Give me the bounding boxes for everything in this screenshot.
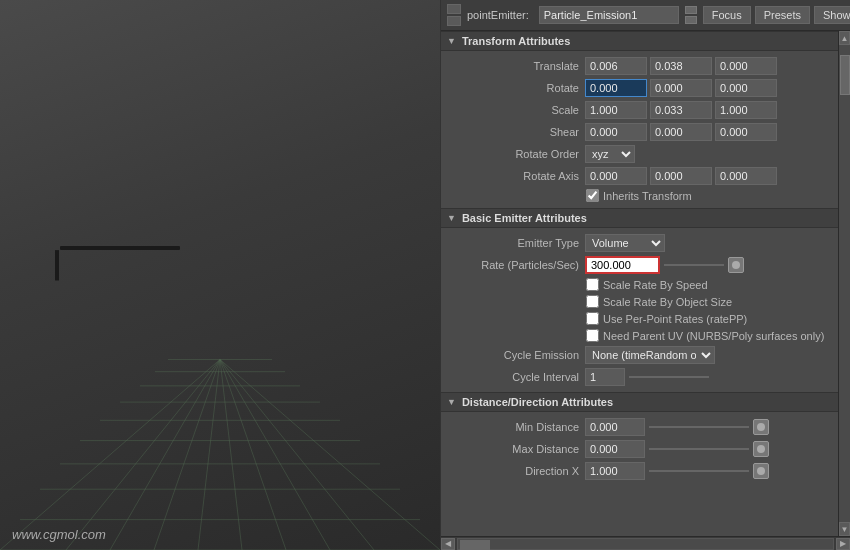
distance-direction-attrs: Min Distance Max Distance	[441, 412, 838, 506]
min-distance-input[interactable]	[585, 418, 645, 436]
direction-x-thumb[interactable]	[753, 463, 769, 479]
rotate-axis-row: Rotate Axis	[441, 165, 838, 187]
translate-z[interactable]	[715, 57, 777, 75]
scale-rate-size-checkbox[interactable]	[586, 295, 599, 308]
cycle-interval-label: Cycle Interval	[449, 371, 579, 383]
basic-emitter-attrs: Emitter Type OmniDirectionalSurfaceVolum…	[441, 228, 838, 392]
show-button[interactable]: Show	[814, 6, 850, 24]
scale-rate-speed-label: Scale Rate By Speed	[603, 279, 708, 291]
svg-rect-20	[60, 246, 180, 250]
direction-x-input[interactable]	[585, 462, 645, 480]
svg-point-23	[757, 423, 765, 431]
svg-point-24	[757, 445, 765, 453]
distance-direction-section-header[interactable]: ▼ Distance/Direction Attributes	[441, 392, 838, 412]
min-distance-slider	[649, 426, 749, 428]
translate-y[interactable]	[650, 57, 712, 75]
rotate-axis-x[interactable]	[585, 167, 647, 185]
cycle-interval-input[interactable]	[585, 368, 625, 386]
rotate-row: Rotate	[441, 77, 838, 99]
cycle-emission-select[interactable]: None (timeRandom off)FrameTime	[585, 346, 715, 364]
rotate-order-row: Rotate Order xyzxzyyxzyzxzxyzyx	[441, 143, 838, 165]
panel-content[interactable]: ▼ Transform Attributes Translate	[441, 31, 838, 536]
inherits-transform-checkbox[interactable]	[586, 189, 599, 202]
scale-rate-size-label: Scale Rate By Object Size	[603, 296, 732, 308]
rotate-x[interactable]	[585, 79, 647, 97]
cycle-interval-slider	[629, 376, 709, 378]
horizontal-scroll-thumb[interactable]	[460, 540, 490, 550]
max-distance-label: Max Distance	[449, 443, 579, 455]
cycle-interval-row: Cycle Interval	[441, 366, 838, 388]
min-distance-thumb[interactable]	[753, 419, 769, 435]
rate-slider-thumb[interactable]	[728, 257, 744, 273]
scroll-down-arrow[interactable]: ▼	[839, 522, 850, 536]
right-scrollbar[interactable]: ▲ ▼	[838, 31, 850, 536]
focus-button[interactable]: Focus	[703, 6, 751, 24]
scroll-thumb-track	[839, 45, 850, 522]
min-distance-label: Min Distance	[449, 421, 579, 433]
top-bar-buttons: Focus Presets Show Hide	[703, 6, 850, 24]
emitter-type-row: Emitter Type OmniDirectionalSurfaceVolum…	[441, 232, 838, 254]
rotate-y[interactable]	[650, 79, 712, 97]
watermark: www.cgmol.com	[12, 527, 106, 542]
basic-emitter-section-header[interactable]: ▼ Basic Emitter Attributes	[441, 208, 838, 228]
basic-emitter-title: Basic Emitter Attributes	[462, 212, 587, 224]
scale-rate-size-row: Scale Rate By Object Size	[441, 293, 838, 310]
shear-z[interactable]	[715, 123, 777, 141]
use-perpoint-label: Use Per-Point Rates (ratePP)	[603, 313, 747, 325]
emitter-input[interactable]	[539, 6, 679, 24]
scroll-left-arrow[interactable]: ◀	[441, 538, 455, 550]
scroll-up-arrow[interactable]: ▲	[839, 31, 850, 45]
presets-button[interactable]: Presets	[755, 6, 810, 24]
distance-direction-arrow: ▼	[447, 397, 456, 407]
direction-x-label: Direction X	[449, 465, 579, 477]
rate-row: Rate (Particles/Sec)	[441, 254, 838, 276]
need-parent-uv-row: Need Parent UV (NURBS/Poly surfaces only…	[441, 327, 838, 344]
transform-arrow: ▼	[447, 36, 456, 46]
min-distance-row: Min Distance	[441, 416, 838, 438]
rotate-order-select[interactable]: xyzxzyyxzyzxzxyzyx	[585, 145, 635, 163]
max-distance-thumb[interactable]	[753, 441, 769, 457]
dropdown-arrow-bottom	[685, 16, 697, 24]
rotate-label: Rotate	[449, 82, 579, 94]
rate-input[interactable]	[585, 256, 660, 274]
translate-label: Translate	[449, 60, 579, 72]
svg-point-25	[757, 467, 765, 475]
top-bar: pointEmitter: Focus Presets Show Hide	[441, 0, 850, 31]
translate-row: Translate	[441, 55, 838, 77]
need-parent-uv-checkbox[interactable]	[586, 329, 599, 342]
transform-section-header[interactable]: ▼ Transform Attributes	[441, 31, 838, 51]
rotate-z[interactable]	[715, 79, 777, 97]
scroll-handle[interactable]	[840, 55, 850, 95]
svg-line-11	[66, 360, 220, 550]
svg-point-22	[732, 261, 740, 269]
emitter-type-label: Emitter Type	[449, 237, 579, 249]
scale-rate-speed-checkbox[interactable]	[586, 278, 599, 291]
bottom-scrollbar: ◀ ▶	[441, 536, 850, 550]
shear-row: Shear	[441, 121, 838, 143]
scale-y[interactable]	[650, 101, 712, 119]
max-distance-input[interactable]	[585, 440, 645, 458]
svg-line-12	[110, 360, 220, 550]
scale-rate-speed-row: Scale Rate By Speed	[441, 276, 838, 293]
use-perpoint-checkbox[interactable]	[586, 312, 599, 325]
max-distance-row: Max Distance	[441, 438, 838, 460]
max-distance-slider	[649, 448, 749, 450]
rotate-axis-y[interactable]	[650, 167, 712, 185]
emitter-type-select[interactable]: OmniDirectionalSurfaceVolume	[585, 234, 665, 252]
scale-x[interactable]	[585, 101, 647, 119]
shear-x[interactable]	[585, 123, 647, 141]
cycle-emission-label: Cycle Emission	[449, 349, 579, 361]
inherits-transform-row: Inherits Transform	[441, 187, 838, 204]
transform-attrs: Translate Rotate	[441, 51, 838, 208]
need-parent-uv-label: Need Parent UV (NURBS/Poly surfaces only…	[603, 330, 824, 342]
dropdown-arrow-top	[685, 6, 697, 14]
horizontal-scroll-track[interactable]	[457, 538, 834, 550]
scroll-right-arrow[interactable]: ▶	[836, 538, 850, 550]
inherits-transform-label: Inherits Transform	[603, 190, 692, 202]
cycle-emission-row: Cycle Emission None (timeRandom off)Fram…	[441, 344, 838, 366]
shear-y[interactable]	[650, 123, 712, 141]
svg-line-18	[220, 360, 374, 550]
scale-z[interactable]	[715, 101, 777, 119]
rotate-axis-z[interactable]	[715, 167, 777, 185]
translate-x[interactable]	[585, 57, 647, 75]
